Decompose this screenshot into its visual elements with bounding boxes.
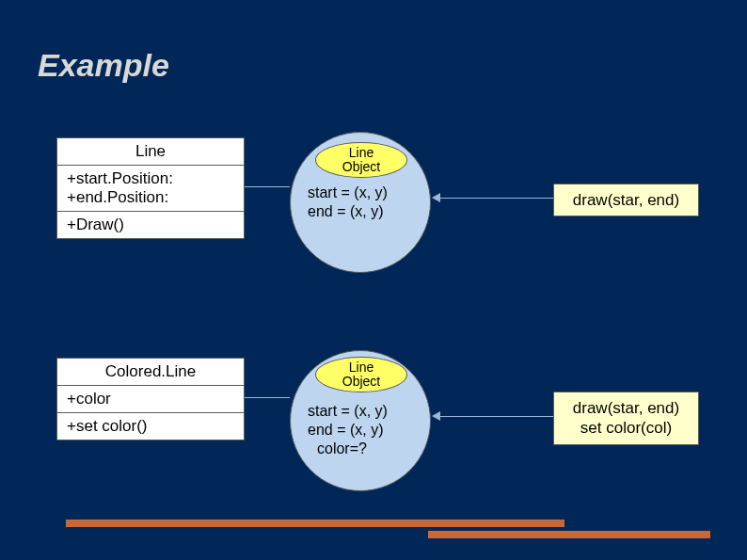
body-line: end = (x, y) (308, 421, 388, 440)
label-text: Line (349, 360, 374, 375)
result-text: set color(col) (565, 418, 687, 438)
object-coloredline: Line Object start = (x, y) end = (x, y) … (290, 350, 431, 491)
page-title: Example (38, 47, 169, 84)
class-box-coloredline: Colored.Line +color +set color() (56, 358, 245, 440)
object-body: start = (x, y) end = (x, y) (308, 184, 388, 221)
class-attributes: +start.Position: +end.Position: (57, 166, 244, 212)
attr: +end.Position: (67, 188, 234, 207)
class-name: Colored.Line (57, 359, 244, 386)
body-line: color=? (308, 440, 388, 458)
object-body: start = (x, y) end = (x, y) color=? (308, 402, 388, 458)
body-line: start = (x, y) (308, 184, 388, 202)
label-text: Object (342, 375, 380, 389)
result-box: draw(star, end) set color(col) (553, 392, 699, 445)
result-text: draw(star, end) (565, 190, 687, 210)
body-line: start = (x, y) (308, 402, 388, 421)
object-label: Line Object (315, 142, 407, 178)
body-line: end = (x, y) (308, 202, 388, 221)
attr: +start.Position: (67, 169, 234, 188)
connector (245, 186, 290, 187)
result-text: draw(star, end) (565, 398, 687, 418)
arrow-left-icon (432, 193, 440, 202)
connector (245, 397, 290, 398)
class-box-line: Line +start.Position: +end.Position: +Dr… (56, 137, 245, 239)
class-attr: +color (57, 386, 244, 413)
connector (440, 416, 553, 417)
object-label: Line Object (315, 357, 407, 392)
arrow-left-icon (432, 411, 440, 421)
label-text: Line (349, 146, 374, 160)
class-method: +set color() (57, 413, 244, 440)
connector (440, 198, 553, 199)
class-method: +Draw() (57, 212, 244, 238)
object-line: Line Object start = (x, y) end = (x, y) (290, 132, 431, 273)
decor-bar (66, 520, 564, 527)
label-text: Object (342, 160, 380, 174)
class-name: Line (57, 138, 244, 166)
result-box: draw(star, end) (553, 184, 699, 216)
decor-bar (428, 531, 710, 538)
